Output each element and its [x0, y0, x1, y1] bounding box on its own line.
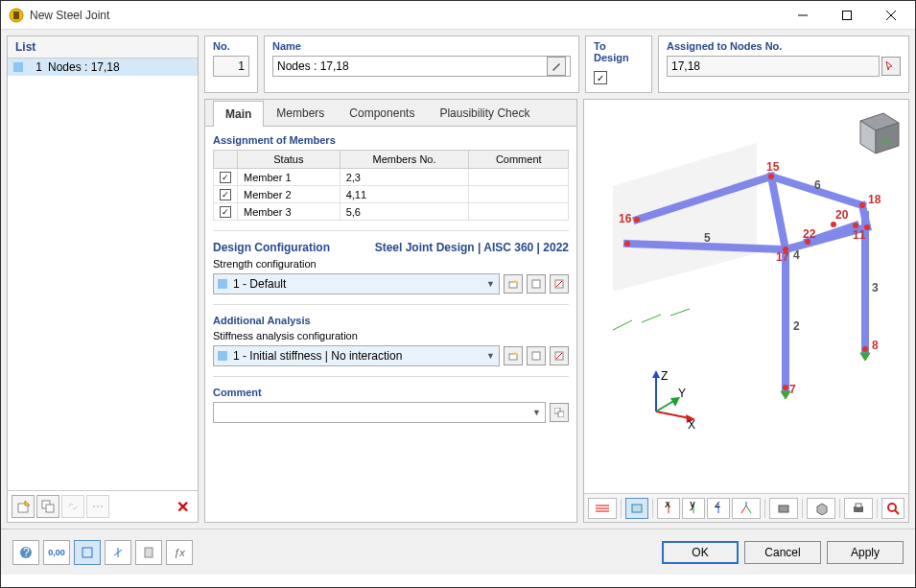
svg-line-31 — [771, 176, 786, 249]
form-body: Assignment of Members Status Members No.… — [205, 127, 576, 522]
svg-point-12 — [101, 506, 103, 507]
view-mode-button[interactable] — [74, 540, 101, 565]
view-render-button[interactable] — [769, 498, 798, 519]
svg-point-10 — [93, 506, 95, 507]
config-edit-icon[interactable] — [527, 274, 546, 294]
config-new-icon[interactable] — [504, 274, 523, 294]
view-z-button[interactable]: z — [707, 498, 730, 519]
new-item-button[interactable] — [12, 495, 35, 518]
copy-item-button[interactable] — [36, 495, 59, 518]
list-item[interactable]: 1 Nodes : 17,18 — [8, 59, 198, 76]
svg-text:17: 17 — [776, 250, 789, 264]
chevron-down-icon: ▼ — [532, 408, 541, 417]
comment-expand-icon[interactable] — [550, 403, 569, 422]
table-row[interactable]: ✓Member 24,11 — [214, 186, 569, 203]
col-status: Status — [238, 151, 341, 169]
svg-marker-7 — [25, 501, 30, 506]
comment-input[interactable]: ▼ — [213, 402, 546, 423]
view3d[interactable]: 15 6 18 16 20 22 11 5 17 4 3 2 8 — [584, 100, 908, 493]
titlebar: New Steel Joint — [1, 1, 915, 30]
pick-nodes-icon[interactable] — [881, 57, 901, 76]
svg-line-87 — [746, 506, 751, 513]
apply-button[interactable]: Apply — [827, 541, 904, 564]
view-cube[interactable]: +y — [849, 106, 903, 159]
report-button[interactable] — [135, 540, 162, 565]
config-delete-icon[interactable] — [550, 274, 569, 294]
row-checkbox[interactable]: ✓ — [220, 172, 231, 183]
svg-rect-9 — [46, 505, 54, 512]
svg-point-38 — [634, 217, 640, 223]
svg-rect-15 — [532, 280, 540, 288]
tabs: Main Members Components Plausibility Che… — [205, 100, 576, 127]
delete-button[interactable]: ✕ — [171, 495, 194, 518]
view-show-model-button[interactable] — [625, 498, 648, 519]
view-x-button[interactable]: x — [657, 498, 680, 519]
svg-line-36 — [642, 315, 661, 322]
svg-rect-79 — [632, 505, 642, 512]
svg-point-11 — [97, 506, 99, 507]
combo-icon — [218, 279, 227, 289]
svg-point-48 — [862, 346, 868, 352]
table-row[interactable]: ✓Member 35,6 — [214, 203, 569, 221]
edit-name-icon[interactable] — [547, 57, 566, 76]
stiff-new-icon[interactable] — [504, 346, 523, 365]
svg-rect-97 — [82, 548, 92, 557]
no-field-group: No. 1 — [204, 35, 258, 93]
view-y-button[interactable]: y — [682, 498, 705, 519]
svg-text:Z: Z — [661, 369, 668, 383]
svg-text:8: 8 — [872, 339, 879, 352]
svg-line-35 — [613, 320, 632, 330]
calc-button[interactable] — [105, 540, 131, 565]
minimize-button[interactable] — [781, 2, 825, 29]
list-header: List — [8, 36, 198, 59]
footer-buttons: OK Cancel Apply — [662, 541, 904, 564]
view-cube-button[interactable] — [807, 498, 835, 519]
chevron-down-icon: ▼ — [486, 351, 495, 361]
svg-text:15: 15 — [766, 160, 780, 174]
close-button[interactable] — [869, 2, 913, 29]
tab-members[interactable]: Members — [264, 100, 337, 126]
view-display-button[interactable] — [588, 498, 617, 519]
svg-text:5: 5 — [704, 231, 711, 245]
svg-rect-20 — [532, 352, 540, 360]
stiffness-combo[interactable]: 1 - Initial stiffness | No interaction ▼ — [213, 345, 500, 366]
assigned-label: Assigned to Nodes No. — [667, 40, 901, 52]
help-button[interactable]: ? — [12, 540, 39, 565]
todesign-checkbox[interactable]: ✓ — [594, 71, 607, 84]
table-row[interactable]: ✓Member 12,3 — [214, 169, 569, 186]
design-config-title: Design Configuration Steel Joint Design … — [213, 241, 569, 254]
name-input[interactable]: Nodes : 17,18 — [272, 56, 571, 77]
link-button[interactable] — [61, 495, 84, 518]
script-button[interactable]: ƒx — [166, 540, 193, 565]
view-panel: 15 6 18 16 20 22 11 5 17 4 3 2 8 — [583, 99, 909, 523]
no-input[interactable]: 1 — [213, 56, 249, 77]
svg-rect-3 — [843, 11, 852, 19]
window-title: New Steel Joint — [30, 9, 781, 22]
section-assignment: Assignment of Members Status Members No.… — [213, 134, 569, 231]
units-button[interactable]: 0,00 — [43, 540, 70, 565]
view-zoom-button[interactable] — [881, 498, 904, 519]
ok-button[interactable]: OK — [662, 541, 739, 564]
tab-main[interactable]: Main — [213, 101, 264, 127]
view-iso-button[interactable] — [732, 498, 761, 519]
assignment-title: Assignment of Members — [213, 134, 569, 146]
svg-line-71 — [656, 400, 675, 412]
row-checkbox[interactable]: ✓ — [220, 189, 231, 200]
stiff-edit-icon[interactable] — [527, 346, 546, 365]
tab-plausibility[interactable]: Plausibility Check — [427, 100, 542, 126]
axis-indicator: Z X Y — [632, 368, 690, 426]
row-checkbox[interactable]: ✓ — [220, 206, 231, 218]
more-button[interactable] — [86, 495, 109, 518]
svg-text:4: 4 — [793, 248, 800, 262]
svg-text:22: 22 — [803, 227, 816, 241]
maximize-button[interactable] — [825, 2, 869, 29]
stiff-delete-icon[interactable] — [550, 346, 569, 365]
view-print-button[interactable] — [844, 498, 873, 519]
svg-text:3: 3 — [872, 281, 879, 294]
cancel-button[interactable]: Cancel — [744, 541, 821, 564]
strength-config-combo[interactable]: 1 - Default ▼ — [213, 273, 500, 294]
list-body: 1 Nodes : 17,18 — [8, 59, 198, 490]
list-item-label: Nodes : 17,18 — [48, 60, 120, 74]
assigned-input[interactable]: 17,18 — [667, 56, 880, 77]
tab-components[interactable]: Components — [337, 100, 427, 126]
